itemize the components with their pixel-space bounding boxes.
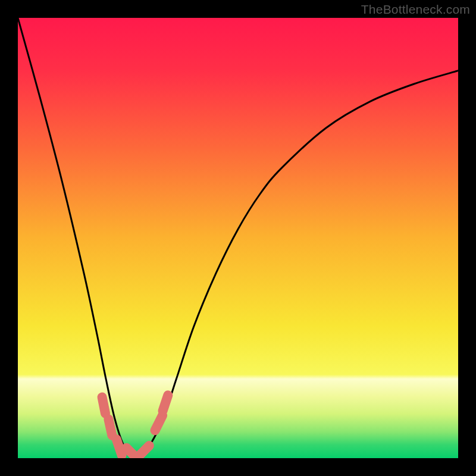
- bottleneck-curve-path: [18, 18, 458, 455]
- dot-left-upper: [102, 397, 105, 413]
- dot-right-upper: [162, 395, 168, 411]
- chart-frame: [18, 18, 458, 458]
- dot-right-mid: [155, 415, 163, 430]
- watermark-text: TheBottleneck.com: [361, 2, 470, 17]
- dot-bottom-1: [117, 439, 122, 455]
- dot-bottom-3: [137, 446, 149, 458]
- dot-left-mid: [108, 419, 112, 436]
- chart-svg: [18, 18, 458, 458]
